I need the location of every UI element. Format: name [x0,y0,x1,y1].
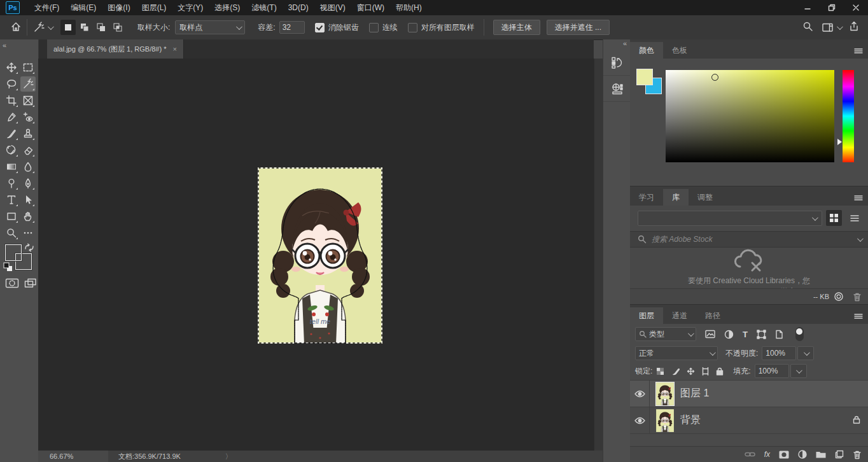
collapse-tools-icon[interactable]: « [3,41,6,49]
screen-mode-icon[interactable] [24,277,37,291]
tolerance-input[interactable] [279,21,305,34]
subtract-selection-mode-button[interactable] [94,20,109,35]
foreground-color-swatch[interactable] [636,69,653,85]
layer-row-1[interactable]: 图层 1 [630,381,868,407]
new-selection-mode-button[interactable] [60,20,76,35]
select-subject-button[interactable]: 选择主体 [493,20,540,35]
layer-name[interactable]: 背景 [680,414,701,427]
frame-tool[interactable] [20,93,36,108]
document-image[interactable] [258,167,382,344]
sync-icon[interactable] [834,291,844,302]
eraser-tool[interactable] [20,143,36,158]
layer-filter-dropdown[interactable]: 类型 [635,327,696,341]
rectangle-tool[interactable] [4,209,19,224]
filter-pixel-layers-icon[interactable] [705,330,715,339]
brush-tool[interactable] [4,126,19,141]
new-group-icon[interactable] [816,451,826,458]
restore-button[interactable] [820,0,844,15]
menu-help[interactable]: 帮助(H) [390,0,428,15]
healing-brush-tool[interactable] [20,109,36,125]
zoom-level-field[interactable]: 66.67% [50,452,73,460]
link-layers-icon[interactable] [745,451,755,458]
gradient-tool[interactable] [4,159,19,174]
canvas-vertical-scrollbar[interactable] [594,59,603,451]
blur-tool[interactable] [20,159,36,174]
select-and-mask-button[interactable]: 选择并遮住 ... [547,20,610,35]
swap-colors-icon[interactable] [24,243,34,252]
dodge-tool[interactable] [4,176,19,191]
grid-view-button[interactable] [826,210,842,226]
panel-menu-icon[interactable] [854,311,863,322]
new-layer-icon[interactable] [835,450,844,459]
background-lock-icon[interactable] [853,415,860,426]
color-picker-ring[interactable] [711,74,718,81]
expand-panels-icon[interactable]: « [603,39,631,50]
tab-swatches[interactable]: 色板 [663,42,696,59]
color-saturation-field[interactable] [666,70,834,162]
filter-type-layers-icon[interactable]: T [743,330,748,339]
lock-pixels-icon[interactable] [672,367,680,375]
contiguous-checkbox[interactable]: 连续 [369,22,398,33]
lock-all-icon[interactable] [716,367,724,375]
tab-layers[interactable]: 图层 [630,307,663,324]
status-options-chevron[interactable]: 〉 [225,452,232,461]
lock-position-icon[interactable] [687,367,695,375]
menu-filter[interactable]: 滤镜(T) [246,0,282,15]
panel-menu-icon[interactable] [854,45,863,57]
layer-visibility-toggle[interactable] [630,381,650,407]
close-window-button[interactable] [844,0,868,15]
canvas-area[interactable] [38,59,594,451]
quick-mask-icon[interactable] [5,277,19,291]
blend-mode-dropdown[interactable]: 正常 [635,346,718,360]
pen-tool[interactable] [20,176,36,191]
path-selection-tool[interactable] [20,192,36,207]
menu-select[interactable]: 选择(S) [209,0,246,15]
minimize-button[interactable] [795,0,820,15]
magic-wand-tool[interactable] [20,76,36,92]
eyedropper-tool[interactable] [4,109,19,125]
list-view-button[interactable] [846,210,862,226]
menu-view[interactable]: 视图(V) [314,0,351,15]
fill-dropdown-button[interactable] [790,364,807,378]
document-tab[interactable]: alal.jpg @ 66.7% (图层 1, RGB/8#) * × [47,39,184,59]
adjustment-layer-icon[interactable] [798,450,807,459]
share-icon[interactable] [849,21,859,34]
clone-stamp-tool[interactable] [20,126,36,141]
magic-wand-preset-icon[interactable] [32,21,52,34]
menu-type[interactable]: 文字(Y) [172,0,209,15]
search-icon[interactable] [802,21,813,34]
menu-edit[interactable]: 编辑(E) [65,0,102,15]
edit-toolbar-icon[interactable] [20,225,36,241]
hue-slider[interactable] [843,70,854,162]
hand-tool[interactable] [20,209,36,224]
tab-libraries[interactable]: 库 [663,189,689,206]
menu-window[interactable]: 窗口(W) [351,0,390,15]
antialias-checkbox[interactable]: 消除锯齿 [315,22,359,33]
default-colors-icon[interactable] [3,262,13,272]
layer-filter-toggle[interactable] [795,327,804,341]
filter-adjustment-layers-icon[interactable] [724,330,734,339]
stock-search-field[interactable]: 搜索 Adobe Stock [630,231,868,248]
layer-name[interactable]: 图层 1 [680,387,709,400]
history-brush-tool[interactable] [4,143,19,158]
layer-row-2[interactable]: 背景 [630,407,868,434]
marquee-tool[interactable] [20,60,36,75]
home-icon[interactable] [10,21,22,34]
menu-image[interactable]: 图像(I) [102,0,136,15]
tab-paths[interactable]: 路径 [696,307,729,324]
add-layer-mask-icon[interactable] [779,451,789,459]
lock-artboard-icon[interactable] [701,367,710,375]
history-panel-icon[interactable] [603,50,631,76]
opacity-dropdown-button[interactable] [797,346,814,360]
filter-smart-objects-icon[interactable] [775,330,783,339]
lasso-tool[interactable] [4,76,19,92]
lock-transparency-icon[interactable] [656,367,664,375]
opacity-value-box[interactable]: 100% [762,346,796,360]
menu-layer[interactable]: 图层(L) [136,0,172,15]
layer-thumbnail[interactable] [656,409,674,432]
crop-tool[interactable] [4,93,19,108]
library-select-dropdown[interactable] [638,211,822,226]
tab-channels[interactable]: 通道 [663,307,696,324]
filter-shape-layers-icon[interactable] [757,330,766,339]
zoom-tool[interactable] [4,225,19,241]
